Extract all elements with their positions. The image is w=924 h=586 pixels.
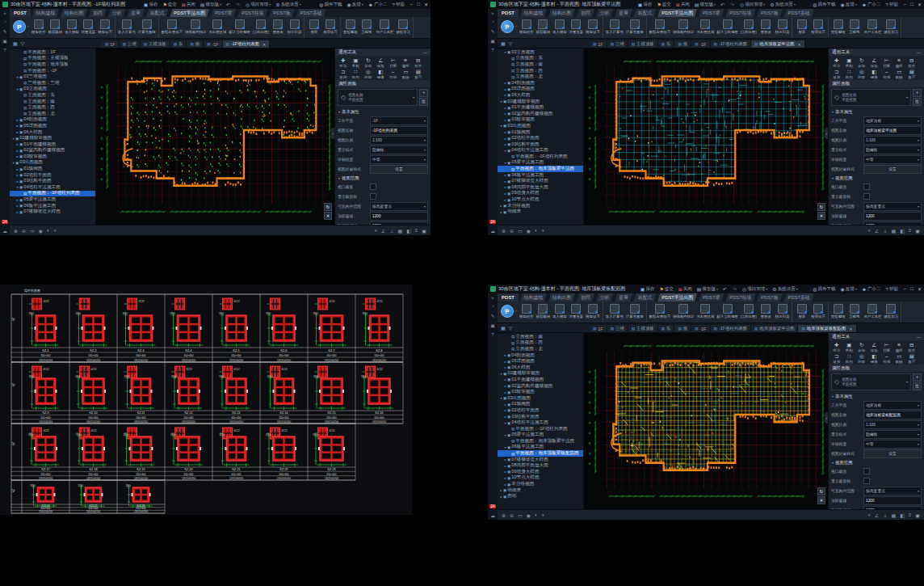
zoom-in-icon[interactable]: ⊕ — [502, 512, 506, 518]
titlebar-plugin-download-button[interactable]: ◍插件下载 — [319, 2, 342, 7]
ribbon-button[interactable]: 模型设置 — [97, 19, 113, 36]
ribbon-button[interactable]: 用户工具栏 — [375, 19, 394, 36]
menu-tab[interactable]: 装配式 — [634, 9, 656, 17]
bulb-icon[interactable]: ◉ — [527, 512, 531, 518]
close-overlay-button[interactable]: ✕ — [817, 212, 825, 220]
maximize-button[interactable]: □ — [910, 286, 914, 292]
selection-dropdown[interactable]: ◇ 视图名称 平面视图 ▾ — [831, 89, 911, 106]
ribbon-button[interactable]: 板荷载转 — [536, 303, 552, 321]
tool-11-button[interactable]: ◧镜像 — [376, 69, 387, 79]
list-icon[interactable]: ≡ — [909, 228, 912, 233]
ribbon-button[interactable]: 计算书显隐 — [625, 19, 645, 36]
titlebar-undo-button[interactable]: ↶ — [723, 286, 728, 292]
model-space-icon[interactable]: ▣ — [915, 228, 920, 234]
ribbon-button[interactable]: 标注当前视图 — [228, 19, 250, 36]
view-name-input[interactable]: -1F墙柱列表图 — [370, 126, 428, 135]
view-name-input[interactable]: 地库顶板梁平法图 — [863, 126, 922, 135]
tree-item[interactable]: ▸▣02室内构件建模视图 — [498, 383, 583, 390]
ribbon-button[interactable]: 模型设置 — [585, 19, 601, 36]
view-tab[interactable]: ▤三维 — [607, 325, 628, 332]
tree-item[interactable]: ▸▣明细表 — [498, 209, 583, 215]
titlebar-project-manage-button[interactable]: ◎项目管理▾ — [742, 286, 767, 292]
ribbon-button[interactable]: 标注当前视图 — [716, 19, 738, 36]
grid-icon[interactable]: ▦ — [891, 512, 896, 518]
tree-item[interactable]: ▸▣02墙柱平面图 — [498, 135, 583, 141]
locate-icon[interactable]: ⌖ — [54, 228, 57, 234]
view-tab[interactable]: ▤南 — [187, 40, 204, 48]
menu-tab[interactable]: 结构出图 — [548, 9, 575, 17]
tool-9-button[interactable]: ∷阵列 — [844, 69, 855, 79]
titlebar-project-manage-button[interactable]: ◎项目管理▾ — [246, 2, 271, 7]
view-name-input[interactable]: 地库顶板梁板配筋图 — [863, 411, 922, 419]
ortho-icon[interactable]: ⊥ — [883, 512, 887, 518]
grid-icon[interactable]: ▦ — [891, 228, 896, 234]
filter-icon[interactable]: ▽ — [21, 40, 25, 46]
layer-icon[interactable]: ◧ — [900, 228, 905, 234]
layer-icon[interactable]: ◧ — [900, 512, 905, 518]
menu-tab[interactable]: PDST板 — [757, 293, 782, 301]
tree-item[interactable]: ▤立面视图：北 — [498, 346, 583, 352]
menu-tab[interactable]: PDST平法出图 — [657, 293, 697, 301]
tool-4-button[interactable]: ∠倾角 — [869, 342, 880, 352]
titlebar-redo-button[interactable]: ↷ — [730, 2, 735, 7]
tool-10-button[interactable]: ◎环阵 — [363, 69, 374, 79]
tool-3-button[interactable]: ↻旋转 — [856, 57, 867, 68]
reset-view-button[interactable]: ↻ — [817, 203, 825, 211]
menu-tab[interactable]: PDST梁 — [699, 9, 724, 17]
tree-item[interactable]: ▸▣04剖面视图 — [498, 352, 583, 359]
tree-item[interactable]: ▸▣08局部平面放大图 — [498, 184, 583, 191]
titlebar-help-button[interactable]: ?帮助 — [885, 286, 897, 292]
ribbon-button[interactable]: 计算书显隐 — [137, 19, 157, 36]
show-crop-box-checkbox[interactable] — [863, 478, 870, 484]
collapse-tools-icon[interactable]: — — [422, 50, 427, 55]
tool-6-button[interactable]: ≡偏移 — [894, 57, 905, 68]
project-panel-icon[interactable]: ▦ — [13, 40, 18, 46]
titlebar-redo-button[interactable]: ↷ — [236, 2, 241, 7]
view-tab[interactable]: ▤1F — [590, 40, 607, 48]
menu-tab[interactable]: 装配式 — [634, 293, 656, 301]
titlebar-system-settings-button[interactable]: ⚙系统设置▾ — [770, 2, 795, 7]
view-tab[interactable]: ▤南 — [674, 40, 691, 48]
tree-item[interactable]: ▸▣05详图视图 — [498, 86, 583, 93]
view-tab[interactable]: ▤-1F — [204, 40, 222, 48]
pdst-logo[interactable]: P — [13, 20, 26, 33]
tool-11-button[interactable]: ◧镜像 — [869, 69, 880, 79]
view-tab[interactable]: ▤主楼顶板 — [628, 325, 658, 332]
ortho-icon[interactable]: ⊥ — [883, 228, 887, 234]
ribbon-button[interactable]: [当前出图] — [740, 19, 758, 36]
zoom-in-icon[interactable]: ⊕ — [14, 228, 18, 234]
sync-icon[interactable]: ◔ — [491, 19, 494, 24]
panel-collapse-handle[interactable]: ‹ — [331, 128, 334, 139]
titlebar-feedback-button[interactable]: ◉反馈▾ — [346, 2, 363, 7]
library-icon[interactable]: ▣ — [2, 38, 7, 44]
view-tab[interactable]: ▤主楼顶板 — [141, 40, 170, 48]
help-circle-icon[interactable]: ? — [3, 48, 6, 53]
tool-12-button[interactable]: ⇔拉伸 — [881, 69, 892, 79]
ribbon-button[interactable]: 钢筋学习 — [395, 19, 411, 36]
ribbon-button[interactable]: 导入模型 — [552, 303, 568, 321]
tree-item[interactable]: ▸▣09墙身大样图 — [498, 191, 583, 197]
view-object-style-button[interactable]: 设置 — [863, 449, 922, 458]
ribbon-button[interactable]: 校审 — [794, 303, 809, 321]
menu-tab[interactable]: PDST板 — [269, 9, 294, 17]
tool-2-button[interactable]: ▣复制 — [844, 57, 855, 68]
view-tab[interactable]: ▤三维 — [120, 40, 141, 48]
selection-dropdown[interactable]: ◇ 视图名称 平面视图 ▾ — [338, 89, 418, 106]
ribbon-button[interactable]: 用户工具栏 — [863, 19, 882, 36]
tree-item[interactable]: ▤三维视图：三维 — [10, 80, 95, 86]
titlebar-undo-button[interactable]: ↶ — [226, 2, 231, 7]
reset-view-button[interactable]: ↻ — [324, 203, 332, 211]
menu-tab[interactable]: 协同 — [89, 9, 107, 17]
tree-item[interactable]: ▸▣07楼梯坡道大样图 — [10, 209, 95, 215]
ribbon-button[interactable]: 增量更新 — [569, 303, 585, 321]
zoom-out-icon[interactable]: ⊖ — [510, 512, 514, 518]
menu-tab[interactable]: 质量 — [127, 9, 145, 17]
titlebar-close-doc-button[interactable]: ⊠关闭 — [182, 2, 195, 7]
ortho-icon[interactable]: ⊥ — [389, 228, 393, 234]
tree-item[interactable]: ▸▣08局部平面放大图 — [498, 462, 583, 469]
titlebar-assistant-button[interactable]: ☻广小二 — [862, 286, 881, 292]
ribbon-button[interactable]: 不出图区域 — [695, 303, 715, 321]
view-tab[interactable]: ▤-1F墙柱列表图✕ — [223, 40, 271, 48]
view-tab[interactable]: ▤三维 — [607, 40, 628, 48]
ribbon-button[interactable]: 图层表 — [758, 19, 774, 36]
